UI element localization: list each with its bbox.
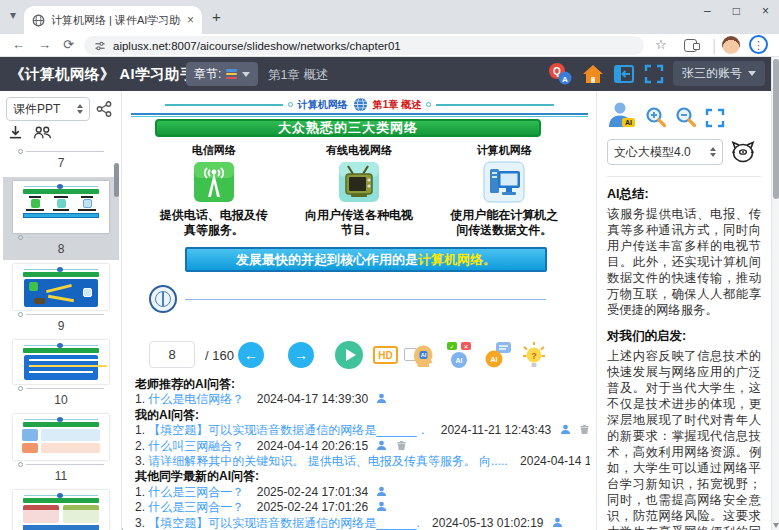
user-icon bbox=[560, 424, 571, 435]
svg-text:AI: AI bbox=[491, 356, 498, 363]
toolbar-separator: | bbox=[712, 37, 716, 55]
svg-text:AI: AI bbox=[456, 357, 463, 364]
svg-text:✓: ✓ bbox=[449, 344, 454, 350]
tab-search-chevron-icon[interactable]: ▾ bbox=[10, 8, 16, 22]
qa-question-link[interactable]: 什么叫三网融合？ bbox=[148, 439, 244, 453]
ai-review-icon[interactable]: ✓ ✕ AI bbox=[446, 341, 472, 369]
qa-item: 1. 【填空题】可以实现语音数据通信的网络是______． 2024-11-21… bbox=[135, 423, 590, 438]
home-icon[interactable] bbox=[582, 63, 604, 85]
download-icon[interactable] bbox=[8, 125, 23, 140]
user-icon bbox=[376, 393, 387, 404]
ai-summary-text: 该服务提供电话、电报、传真等多种通讯方式，同时向用户传送丰富多样的电视节目。此外… bbox=[607, 206, 761, 318]
slide-thumbnail-10[interactable]: 10 bbox=[0, 340, 122, 410]
scrollbar-down-arrow[interactable] bbox=[773, 523, 779, 528]
qa-item: 1. 什么是电信网络？ 2024-04-17 14:39:30 bbox=[135, 392, 590, 407]
window-minimize-icon[interactable]: – bbox=[704, 4, 711, 18]
new-tab-button[interactable]: + bbox=[212, 8, 221, 25]
qa-question-link[interactable]: 什么是三网合一？ bbox=[148, 485, 244, 499]
bookmark-star-icon[interactable]: ☆ bbox=[655, 37, 667, 52]
slide-course-label: 计算机网络 bbox=[298, 98, 348, 112]
user-icon bbox=[552, 517, 563, 528]
qa-timestamp: 2024-05-13 01:02:19 bbox=[432, 516, 543, 530]
qa-item: 1. 什么是三网合一？ 2025-02-24 17:01:34 bbox=[135, 485, 590, 500]
page-total-label: / 160 bbox=[205, 348, 234, 363]
slide-thumbnail-12[interactable]: 12 bbox=[0, 490, 122, 530]
group-icon[interactable] bbox=[33, 125, 52, 140]
qa-question-link[interactable]: 【填空题】可以实现语音数据通信的网络是______. bbox=[148, 516, 419, 530]
cable-tv-icon bbox=[338, 161, 380, 203]
delete-icon[interactable] bbox=[396, 440, 407, 451]
slide-thumbnail-11[interactable]: 11 bbox=[0, 414, 122, 486]
tab-title: 计算机网络 | 课件AI学习助手 bbox=[51, 13, 181, 28]
ai-insight-text: 上述内容反映了信息技术的快速发展与网络应用的广泛普及。对于当代大学生，这不仅是技… bbox=[607, 348, 761, 530]
qa-icon[interactable]: Q A bbox=[547, 62, 573, 86]
app-header: 《计算机网络》 AI学习助手 章节: 第1章 概述 Q A 张三的账号 bbox=[0, 57, 779, 91]
scrollbar-thumb[interactable] bbox=[773, 59, 779, 199]
browser-tab[interactable]: 计算机网络 | 课件AI学习助手 × bbox=[24, 6, 202, 34]
qa-item-num: 3. bbox=[135, 516, 145, 530]
telecom-antenna-icon bbox=[193, 161, 235, 203]
slide-thumbnail-7[interactable]: 7 bbox=[0, 147, 122, 173]
panel-fullscreen-icon[interactable] bbox=[705, 108, 725, 128]
tab-close-icon[interactable]: × bbox=[187, 14, 194, 26]
browser-menu-icon[interactable]: ⋮ bbox=[749, 35, 768, 54]
slide-conclusion-banner: 发展最快的并起到核心作用的是计算机网络。 bbox=[185, 247, 547, 272]
qa-timestamp: 2024-04-14 20:26:15 bbox=[257, 439, 368, 453]
sidebar-scrollbar-thumb[interactable] bbox=[114, 163, 119, 197]
svg-text:✕: ✕ bbox=[463, 344, 468, 350]
ai-chat-icon[interactable]: AI bbox=[484, 341, 512, 369]
page-number-input[interactable] bbox=[149, 341, 195, 368]
next-slide-button[interactable]: → bbox=[288, 342, 314, 368]
slide-thumbnail-8-selected[interactable]: 8 bbox=[3, 177, 119, 260]
back-icon[interactable]: ← bbox=[12, 37, 25, 52]
extensions-icon[interactable] bbox=[684, 39, 697, 52]
play-button[interactable] bbox=[335, 341, 363, 369]
globe-icon bbox=[353, 97, 368, 112]
app-title: 《计算机网络》 AI学习助手 bbox=[10, 65, 195, 84]
slide-deco-header: 计算机网络 第1章 概述 bbox=[123, 97, 596, 112]
qa-question-link[interactable]: 请详细解释其中的关键知识。 提供电话、电报及传真等服务。 向..... bbox=[148, 454, 507, 468]
account-name: 张三的账号 bbox=[682, 65, 742, 82]
svg-text:?: ? bbox=[531, 351, 537, 361]
window-close-icon[interactable]: × bbox=[762, 4, 769, 18]
zoom-out-icon[interactable] bbox=[675, 106, 697, 128]
column-label: 有线电视网络 bbox=[326, 143, 392, 158]
qa-question-link[interactable]: 什么是电信网络？ bbox=[148, 392, 244, 406]
ai-model-select[interactable]: 文心大模型4.0 bbox=[607, 139, 723, 165]
site-settings-icon[interactable] bbox=[94, 40, 106, 52]
hd-quality-badge[interactable]: HD bbox=[373, 346, 398, 364]
fullscreen-icon[interactable] bbox=[644, 64, 664, 84]
cat-face-icon[interactable] bbox=[731, 141, 755, 163]
profile-avatar[interactable] bbox=[722, 36, 740, 54]
slide-thumbnail-9[interactable]: 9 bbox=[0, 264, 122, 336]
idea-bulb-icon[interactable]: ? bbox=[521, 341, 547, 369]
qa-timestamp: 2024-04-14 16:55:09 bbox=[520, 454, 590, 468]
qa-item-num: 1. bbox=[135, 392, 145, 406]
chevron-down-icon bbox=[748, 71, 756, 76]
account-menu-button[interactable]: 张三的账号 bbox=[673, 61, 765, 86]
qa-timestamp: 2025-02-24 17:01:26 bbox=[257, 500, 368, 514]
reload-icon[interactable]: ⟳ bbox=[63, 37, 74, 52]
share-icon[interactable] bbox=[96, 101, 112, 117]
qa-question-link[interactable]: 【填空题】可以实现语音数据通信的网络是______． bbox=[148, 423, 428, 437]
qa-question-link[interactable]: 什么是三网合一？ bbox=[148, 500, 244, 514]
slide-number: 8 bbox=[3, 240, 119, 259]
prev-slide-button[interactable]: ← bbox=[238, 342, 264, 368]
zoom-in-icon[interactable] bbox=[645, 106, 667, 128]
column-desc: 向用户传送各种电视节目。 bbox=[300, 208, 418, 238]
delete-icon[interactable] bbox=[579, 424, 590, 435]
content-mode-select[interactable]: 课件PPT bbox=[6, 97, 90, 121]
chapter-select-button[interactable]: 章节: bbox=[186, 62, 258, 86]
page-scrollbar[interactable] bbox=[771, 57, 779, 530]
column-computer: 计算机网络 使用户能在计算机之间传送数据文件。 bbox=[432, 143, 577, 238]
qa-item-num: 1. bbox=[135, 485, 145, 499]
url-bar[interactable]: aiplusx.net:8007/aicourse/slideshow/netw… bbox=[84, 36, 644, 55]
ai-user-icon[interactable]: AI bbox=[607, 101, 637, 128]
forward-icon[interactable]: → bbox=[38, 37, 51, 52]
panel-divider bbox=[607, 176, 761, 177]
svg-text:AI: AI bbox=[625, 119, 632, 126]
collapse-panel-icon[interactable] bbox=[613, 63, 635, 85]
window-maximize-icon[interactable]: □ bbox=[733, 4, 740, 18]
ai-head-icon[interactable]: AI bbox=[409, 343, 435, 369]
ai-assistant-panel: AI 文心大模型4.0 bbox=[596, 91, 771, 530]
